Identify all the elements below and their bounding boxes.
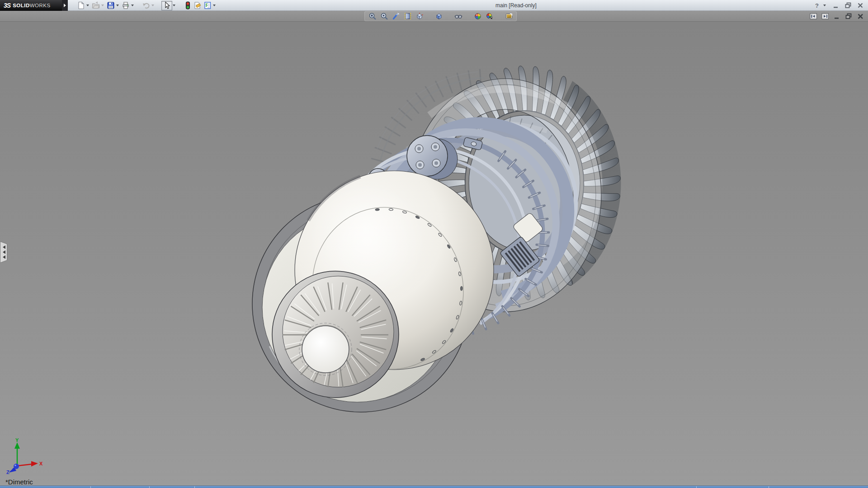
window-controls: ? bbox=[815, 0, 864, 11]
new-document-icon bbox=[77, 1, 85, 9]
status-separator bbox=[90, 486, 91, 488]
undo-dropdown[interactable] bbox=[151, 5, 154, 6]
undo-button[interactable] bbox=[141, 0, 151, 10]
save-icon bbox=[107, 1, 115, 9]
solidworks-logo: 3S SOLID WORKS bbox=[0, 0, 68, 11]
zoom-to-area-icon bbox=[380, 12, 388, 20]
options-checklist-icon bbox=[203, 1, 212, 9]
open-document-button[interactable] bbox=[91, 0, 101, 10]
origin-sphere bbox=[14, 464, 19, 469]
expand-arrow-icon bbox=[64, 4, 66, 7]
restore-button[interactable] bbox=[844, 1, 852, 9]
options-button[interactable] bbox=[203, 0, 212, 10]
view-orientation-icon bbox=[415, 12, 424, 20]
appearance-ball-icon bbox=[474, 12, 482, 20]
hide-show-items-button[interactable] bbox=[453, 12, 463, 21]
view-orientation-label: *Dimetric bbox=[5, 478, 33, 486]
title-bar: 3S SOLID WORKS bbox=[0, 0, 868, 11]
graphics-viewport[interactable]: Y X Z *Dimetric bbox=[0, 22, 868, 486]
open-document-icon bbox=[92, 1, 100, 9]
close-button[interactable] bbox=[856, 1, 864, 9]
next-document-icon bbox=[821, 13, 829, 20]
open-document-dropdown[interactable] bbox=[101, 5, 104, 6]
minimize-button[interactable] bbox=[832, 1, 840, 9]
status-separator bbox=[149, 486, 150, 488]
logo-brand-works: WORKS bbox=[30, 3, 51, 8]
minimize-icon bbox=[832, 2, 840, 9]
x-arrowhead bbox=[31, 461, 38, 467]
view-settings-icon bbox=[505, 12, 513, 20]
status-separator bbox=[194, 486, 195, 488]
close-document-button[interactable] bbox=[856, 12, 864, 20]
view-settings-button[interactable] bbox=[504, 12, 514, 21]
undo-icon bbox=[142, 1, 150, 9]
zoom-to-fit-button[interactable] bbox=[368, 12, 377, 21]
previous-document-icon bbox=[810, 13, 817, 20]
solidworks-window: 3S SOLID WORKS bbox=[0, 0, 868, 488]
file-properties-icon bbox=[193, 1, 202, 9]
z-axis-label: Z bbox=[6, 469, 9, 474]
display-style-icon bbox=[435, 12, 443, 20]
view-toolbar-strip bbox=[0, 11, 868, 22]
section-view-icon bbox=[404, 12, 412, 20]
save-button[interactable] bbox=[106, 0, 116, 10]
main-toolbar bbox=[76, 0, 217, 11]
previous-view-icon bbox=[392, 12, 400, 20]
rebuild-button[interactable] bbox=[183, 0, 193, 10]
close-icon bbox=[857, 2, 864, 9]
help-icon[interactable]: ? bbox=[815, 2, 819, 9]
view-orientation-button[interactable] bbox=[415, 12, 424, 21]
select-tool-button[interactable] bbox=[161, 1, 172, 10]
display-style-button[interactable] bbox=[434, 12, 443, 21]
logo-3s-mark: 3S bbox=[4, 2, 10, 9]
heads-up-view-toolbar bbox=[364, 11, 517, 21]
print-dropdown[interactable] bbox=[131, 5, 134, 6]
new-document-button[interactable] bbox=[76, 0, 86, 10]
nose-section[interactable] bbox=[272, 271, 399, 398]
flange-plate[interactable] bbox=[407, 136, 448, 176]
apply-scene-button[interactable] bbox=[485, 12, 494, 21]
status-bar bbox=[0, 486, 868, 488]
zoom-to-area-button[interactable] bbox=[379, 12, 389, 21]
minimize-document-button[interactable] bbox=[833, 12, 841, 20]
previous-view-button[interactable] bbox=[391, 12, 401, 21]
select-cursor-icon bbox=[163, 1, 171, 9]
restore-document-icon bbox=[845, 13, 852, 20]
restore-icon bbox=[844, 2, 852, 9]
x-axis bbox=[17, 464, 33, 466]
print-button[interactable] bbox=[121, 0, 131, 10]
help-dropdown[interactable] bbox=[823, 5, 826, 6]
status-separator bbox=[769, 486, 769, 488]
checkered-flag bbox=[490, 17, 492, 19]
menu-expand-button[interactable] bbox=[62, 0, 68, 11]
print-icon bbox=[122, 1, 130, 9]
new-document-dropdown[interactable] bbox=[86, 5, 89, 6]
x-axis-label: X bbox=[39, 461, 43, 466]
y-axis-label: Y bbox=[15, 438, 19, 443]
file-properties-button[interactable] bbox=[193, 0, 203, 10]
document-title: main [Read-only] bbox=[495, 2, 537, 9]
previous-document-button[interactable] bbox=[809, 12, 817, 20]
section-view-button[interactable] bbox=[403, 12, 412, 21]
traffic-light-icon bbox=[184, 1, 192, 9]
logo-brand-solid: SOLID bbox=[13, 3, 30, 8]
zoom-to-fit-icon bbox=[368, 12, 377, 20]
reference-triad: Y X Z bbox=[3, 438, 46, 474]
apply-scene-icon bbox=[486, 12, 494, 20]
close-document-icon bbox=[857, 13, 864, 20]
y-arrowhead bbox=[14, 442, 20, 449]
restore-document-button[interactable] bbox=[844, 12, 853, 20]
eyeglasses-icon bbox=[454, 12, 462, 20]
panel-collapse-tab[interactable] bbox=[0, 241, 8, 263]
document-window-controls bbox=[809, 12, 864, 21]
edit-appearance-button[interactable] bbox=[473, 12, 482, 21]
model-canvas[interactable] bbox=[0, 22, 868, 486]
select-dropdown[interactable] bbox=[173, 5, 175, 6]
save-dropdown[interactable] bbox=[116, 5, 119, 6]
options-dropdown[interactable] bbox=[213, 5, 216, 6]
minimize-document-icon bbox=[833, 13, 840, 20]
status-separator bbox=[696, 486, 697, 488]
next-document-button[interactable] bbox=[821, 12, 829, 20]
